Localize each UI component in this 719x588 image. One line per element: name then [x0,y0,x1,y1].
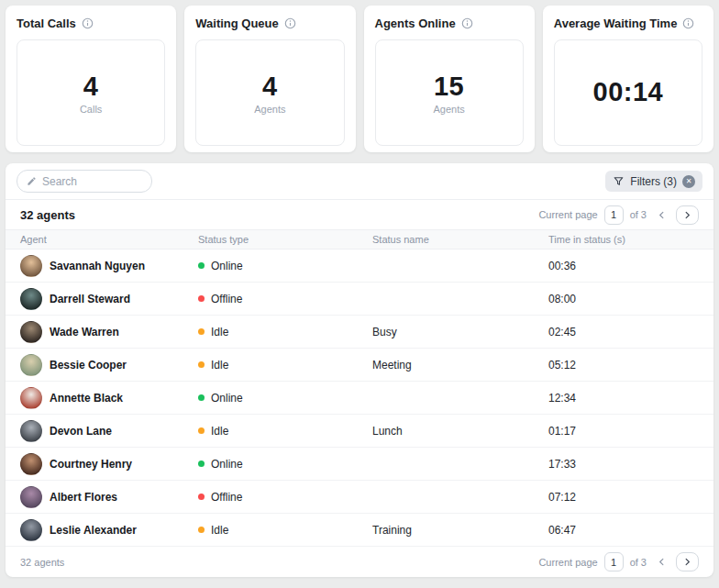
page-number-box[interactable]: 1 [604,205,624,225]
time-in-status-cell: 06:47 [548,524,699,537]
table-footer: 32 agents Current page 1 of 3 [6,547,713,577]
agents-panel: Filters (3) ✕ 32 agents Current page 1 o… [6,163,713,577]
table-row[interactable]: Savannah Nguyen Online 00:36 [6,250,713,283]
time-in-status-cell: 02:45 [548,326,699,338]
agent-name: Leslie Alexander [50,524,137,537]
agent-name: Annette Black [50,392,123,405]
time-in-status-cell: 05:12 [548,359,699,372]
panel-toolbar: Filters (3) ✕ [6,163,713,200]
card-metric-box: 4 Agents [195,39,344,146]
status-dot [198,494,205,500]
status-name-cell: Meeting [372,359,548,372]
card-metric-box: 4 Calls [17,39,165,146]
avatar [20,321,42,343]
table-header-row: Agent Status type Status name Time in st… [6,229,713,250]
table-row[interactable]: Annette Black Online 12:34 [6,382,713,415]
time-in-status-cell: 17:33 [548,458,699,471]
avatar [20,387,42,409]
agents-count: 32 agents [20,208,75,222]
avatar [20,288,42,310]
stat-card-total-calls: Total Calls 4 Calls [6,6,176,152]
agent-name: Wade Warren [50,326,119,338]
table-row[interactable]: Darrell Steward Offline 08:00 [6,283,713,316]
prev-page-button[interactable] [653,552,669,571]
status-dot [198,460,205,467]
pagination-top: Current page 1 of 3 [538,205,699,225]
agent-name: Bessie Cooper [50,359,127,372]
info-icon[interactable] [461,17,473,29]
agent-name: Courtney Henry [50,458,132,471]
status-type-label: Idle [211,359,228,372]
stat-card-agents-online: Agents Online 15 Agents [364,6,535,152]
status-dot [198,527,205,533]
column-header-time: Time in status (s) [548,234,699,245]
time-in-status-cell: 08:00 [548,293,699,305]
card-title: Total Calls [17,17,76,30]
page-number-box[interactable]: 1 [604,552,624,571]
status-type-label: Offline [211,491,242,504]
metric-value: 4 [262,72,278,102]
table-body: Savannah Nguyen Online 00:36 Darrell Ste… [6,250,713,547]
avatar [20,255,42,277]
status-type-label: Idle [211,326,228,338]
clear-filters-icon[interactable]: ✕ [682,175,695,188]
footer-agents-count: 32 agents [20,557,64,568]
metric-value: 4 [83,72,99,102]
metric-value: 15 [434,72,464,102]
card-metric-box: 00:14 [554,39,702,146]
table-row[interactable]: Bessie Cooper Idle Meeting 05:12 [6,349,713,382]
status-dot [198,328,205,335]
status-dot [198,262,205,269]
search-pencil-icon [27,176,37,186]
status-type-label: Idle [211,524,228,537]
info-icon[interactable] [682,17,694,29]
table-row[interactable]: Leslie Alexander Idle Training 06:47 [6,514,713,547]
status-type-label: Online [211,392,243,405]
table-row[interactable]: Wade Warren Idle Busy 02:45 [6,316,713,349]
status-name-cell: Training [372,524,548,537]
agent-name: Devon Lane [50,425,112,438]
status-dot [198,394,205,401]
table-row[interactable]: Devon Lane Idle Lunch 01:17 [6,415,713,448]
status-type-label: Online [211,260,243,272]
status-name-cell: Busy [372,326,548,338]
pagination-bottom: Current page 1 of 3 [538,552,699,571]
metric-unit: Agents [434,104,465,115]
status-dot [198,427,205,434]
prev-page-button[interactable] [653,205,669,225]
avatar [20,486,42,508]
page-of-label: of 3 [630,557,647,568]
metric-unit: Calls [80,104,102,115]
card-title: Average Waiting Time [554,17,678,30]
page-of-label: of 3 [630,209,647,220]
search-input[interactable] [42,175,142,188]
info-icon[interactable] [82,17,94,29]
status-type-label: Offline [211,293,242,305]
table-row[interactable]: Courtney Henry Online 17:33 [6,448,713,481]
next-page-button[interactable] [676,205,699,225]
column-header-status-name: Status name [372,234,548,245]
stat-card-waiting-queue: Waiting Queue 4 Agents [184,6,355,152]
metric-value: 00:14 [593,77,664,107]
avatar [20,354,42,376]
list-header-bar: 32 agents Current page 1 of 3 [6,200,713,229]
status-name-cell: Lunch [372,425,548,438]
filter-funnel-icon [613,175,625,187]
agent-name: Savannah Nguyen [50,260,145,272]
stat-card-average-waiting-time: Average Waiting Time 00:14 [543,6,713,152]
status-dot [198,361,205,368]
info-icon[interactable] [284,17,296,29]
dashboard-page: Total Calls 4 Calls Waiting Queue 4 Agen… [0,0,719,582]
next-page-button[interactable] [676,552,699,571]
current-page-label: Current page [538,557,597,568]
stat-cards-row: Total Calls 4 Calls Waiting Queue 4 Agen… [6,6,713,152]
table-row[interactable]: Albert Flores Offline 07:12 [6,481,713,514]
filters-label: Filters (3) [630,175,677,188]
status-dot [198,295,205,302]
avatar [20,519,42,541]
card-title: Agents Online [375,17,456,30]
time-in-status-cell: 07:12 [548,491,699,504]
filters-button[interactable]: Filters (3) ✕ [605,171,702,192]
search-box[interactable] [17,170,152,193]
current-page-label: Current page [538,209,597,220]
